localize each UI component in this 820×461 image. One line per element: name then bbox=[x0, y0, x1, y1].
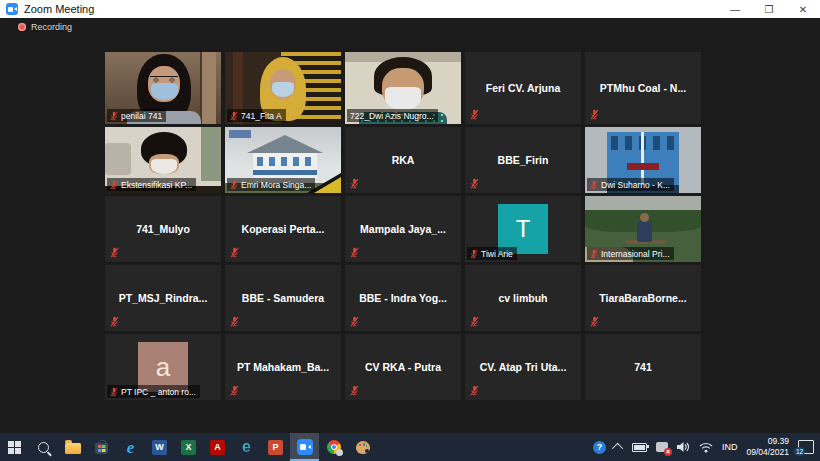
participant-tile-tiwi-arie[interactable]: T Tiwi Arie bbox=[465, 196, 581, 262]
participant-tile-pt-ipc-anton[interactable]: a PT IPC _ anton ro... bbox=[105, 334, 221, 400]
participant-tile-dwi-suharno[interactable]: Dwi Suharno - K... bbox=[585, 127, 701, 193]
participant-tile-emri-mora[interactable]: Emri Mora Singa... bbox=[225, 127, 341, 193]
search-icon bbox=[38, 442, 49, 453]
muted-mic-icon bbox=[350, 316, 359, 327]
tray-alert-icon[interactable] bbox=[656, 442, 668, 452]
participant-tile-cv-rka-putra[interactable]: CV RKA - Putra bbox=[345, 334, 461, 400]
participant-name: 722_Dwi Azis Nugro... bbox=[350, 111, 434, 121]
muted-mic-icon bbox=[350, 178, 359, 189]
scene-shape bbox=[151, 159, 177, 174]
participant-name: Ekstensifikasi KP... bbox=[121, 180, 192, 190]
muted-mic-icon bbox=[110, 387, 118, 397]
participant-name-label: Dwi Suharno - K... bbox=[587, 178, 674, 191]
battery-icon[interactable] bbox=[632, 443, 647, 452]
participant-tile-cv-limbuh[interactable]: cv limbuh bbox=[465, 265, 581, 331]
participant-tile-ekstensifikasi[interactable]: Ekstensifikasi KP... bbox=[105, 127, 221, 193]
clock-date: 09/04/2021 bbox=[746, 447, 789, 458]
participant-name: CV. Atap Tri Uta... bbox=[465, 334, 581, 400]
participant-name: Dwi Suharno - K... bbox=[601, 180, 670, 190]
participant-name: 741 bbox=[585, 334, 701, 400]
participant-tile-pt-mahakam[interactable]: PT Mahakam_Ba... bbox=[225, 334, 341, 400]
windows-logo-icon bbox=[8, 441, 21, 454]
muted-mic-icon bbox=[230, 247, 239, 258]
clock-time: 09.39 bbox=[746, 436, 789, 447]
powerpoint-button[interactable]: P bbox=[261, 433, 290, 461]
scene-shape bbox=[201, 127, 221, 181]
window-title: Zoom Meeting bbox=[24, 3, 94, 15]
participant-name: CV RKA - Putra bbox=[345, 334, 461, 400]
muted-mic-icon bbox=[110, 247, 119, 258]
scene-shape bbox=[247, 135, 323, 153]
scene-shape bbox=[272, 82, 294, 97]
participant-name: Tiwi Arie bbox=[481, 249, 513, 259]
scene-shape bbox=[314, 177, 341, 193]
muted-mic-icon bbox=[470, 316, 479, 327]
muted-mic-icon bbox=[590, 249, 598, 259]
clock[interactable]: 09.39 09/04/2021 bbox=[746, 436, 789, 457]
acrobat-button[interactable]: A bbox=[203, 433, 232, 461]
participant-tile-cv-atap-tri[interactable]: CV. Atap Tri Uta... bbox=[465, 334, 581, 400]
participant-name-label: PT IPC _ anton ro... bbox=[107, 385, 200, 398]
participant-tile-tiarabara[interactable]: TiaraBaraBorne... bbox=[585, 265, 701, 331]
meeting-area: Recording penilai 741 bbox=[0, 18, 820, 433]
paint-palette-icon bbox=[356, 441, 370, 454]
scene-shape bbox=[151, 83, 178, 100]
powerpoint-icon: P bbox=[268, 440, 283, 455]
participant-tile-internasional[interactable]: Internasional Pri... bbox=[585, 196, 701, 262]
start-button[interactable] bbox=[0, 433, 29, 461]
muted-mic-icon bbox=[110, 111, 118, 121]
participant-tile-pt-msj[interactable]: PT_MSJ_Rindra... bbox=[105, 265, 221, 331]
internet-explorer-icon: e bbox=[127, 439, 135, 456]
participant-tile-bbe-samudera[interactable]: BBE - Samudera bbox=[225, 265, 341, 331]
participant-tile-koperasi[interactable]: Koperasi Perta... bbox=[225, 196, 341, 262]
language-indicator[interactable]: IND bbox=[722, 442, 738, 452]
excel-icon: X bbox=[181, 440, 196, 455]
participant-name: Koperasi Perta... bbox=[225, 196, 341, 262]
participant-tile-feri-cv-arjuna[interactable]: Feri CV. Arjuna bbox=[465, 52, 581, 124]
chrome-icon bbox=[327, 440, 341, 454]
notification-count-badge: 12 bbox=[794, 447, 805, 456]
participant-tile-741[interactable]: 741 bbox=[585, 334, 701, 400]
window-titlebar: Zoom Meeting — ❐ ✕ bbox=[0, 0, 820, 18]
paint-button[interactable] bbox=[348, 433, 377, 461]
chevron-up-icon[interactable] bbox=[612, 443, 623, 454]
close-button[interactable]: ✕ bbox=[786, 0, 820, 18]
participant-tile-bbe-indra[interactable]: BBE - Indra Yog... bbox=[345, 265, 461, 331]
muted-mic-icon bbox=[230, 180, 238, 190]
muted-mic-icon bbox=[590, 180, 598, 190]
speaker-icon[interactable] bbox=[677, 441, 690, 453]
scene-shape bbox=[627, 163, 659, 170]
store-bag-icon bbox=[95, 443, 108, 454]
microsoft-store-button[interactable] bbox=[87, 433, 116, 461]
edge-button[interactable]: e bbox=[232, 433, 261, 461]
participant-tile-ptmhu-coal[interactable]: PTMhu Coal - N... bbox=[585, 52, 701, 124]
zoom-camera-icon bbox=[297, 439, 313, 455]
participant-tile-dwi-azis-active-speaker[interactable]: 722_Dwi Azis Nugro... bbox=[345, 52, 461, 124]
participant-tile-rka[interactable]: RKA bbox=[345, 127, 461, 193]
chrome-button[interactable] bbox=[319, 433, 348, 461]
muted-mic-icon bbox=[230, 316, 239, 327]
minimize-button[interactable]: — bbox=[718, 0, 752, 18]
scene-shape bbox=[105, 143, 131, 175]
help-icon[interactable]: ? bbox=[593, 441, 606, 454]
participant-tile-bbe-firin[interactable]: BBE_Firin bbox=[465, 127, 581, 193]
participant-tile-fita[interactable]: 741_Fita A bbox=[225, 52, 341, 124]
scene-shape bbox=[640, 213, 649, 222]
wifi-icon[interactable] bbox=[699, 442, 713, 453]
action-center-icon[interactable]: 12 bbox=[798, 440, 814, 454]
participant-grid: penilai 741 741_Fita A bbox=[105, 52, 701, 400]
participant-tile-mampala-jaya[interactable]: Mampala Jaya_... bbox=[345, 196, 461, 262]
participant-name: PT Mahakam_Ba... bbox=[225, 334, 341, 400]
participant-tile-penilai-741[interactable]: penilai 741 bbox=[105, 52, 221, 124]
participant-name-label: Tiwi Arie bbox=[467, 247, 517, 260]
excel-button[interactable]: X bbox=[174, 433, 203, 461]
file-explorer-button[interactable] bbox=[58, 433, 87, 461]
participant-name: Mampala Jaya_... bbox=[345, 196, 461, 262]
internet-explorer-button[interactable]: e bbox=[116, 433, 145, 461]
maximize-button[interactable]: ❐ bbox=[752, 0, 786, 18]
search-button[interactable] bbox=[29, 433, 58, 461]
participant-tile-741-mulyo[interactable]: 741_Mulyo bbox=[105, 196, 221, 262]
zoom-taskbar-button[interactable] bbox=[290, 433, 319, 461]
word-button[interactable]: W bbox=[145, 433, 174, 461]
participant-name: BBE_Firin bbox=[465, 127, 581, 193]
